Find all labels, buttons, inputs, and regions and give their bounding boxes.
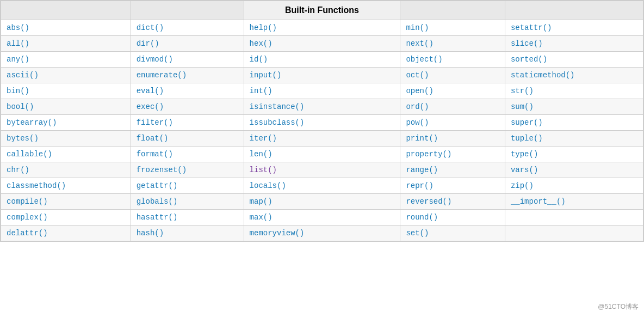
table-cell: help() [244,20,400,36]
table-cell: complex() [1,210,131,225]
table-cell: int() [244,83,400,99]
table-cell: vars() [505,162,643,178]
table-cell: frozenset() [131,162,244,178]
table-cell: all() [1,36,131,52]
table-cell: globals() [131,194,244,210]
table-cell: memoryview() [244,225,400,241]
table-cell: next() [400,36,505,52]
table-cell: eval() [131,83,244,99]
table-cell: hash() [131,225,244,241]
table-cell: zip() [505,178,643,194]
header-row: Built-in Functions [1,1,643,20]
table-cell: id() [244,52,400,68]
table-cell: object() [400,52,505,68]
builtin-functions-table: Built-in Functions abs()dict()help()min(… [1,1,643,241]
table-cell: min() [400,20,505,36]
table-cell: locals() [244,178,400,194]
table-body: abs()dict()help()min()setattr()all()dir(… [1,20,643,241]
table-cell: iter() [244,131,400,147]
table-row: classmethod()getattr()locals()repr()zip(… [1,178,643,194]
table-cell: divmod() [131,52,244,68]
table-cell: tuple() [505,131,643,147]
table-row: bin()eval()int()open()str() [1,83,643,99]
table-cell: exec() [131,99,244,115]
table-cell: filter() [131,115,244,131]
table-cell: format() [131,147,244,162]
table-cell: ascii() [1,68,131,83]
table-cell: sum() [505,99,643,115]
table-cell: round() [400,210,505,225]
table-cell: list() [244,162,400,178]
table-cell: oct() [400,68,505,83]
table-cell: setattr() [505,20,643,36]
table-row: ascii()enumerate()input()oct()staticmeth… [1,68,643,83]
table-cell: staticmethod() [505,68,643,83]
table-row: compile()globals()map()reversed()__impor… [1,194,643,210]
table-cell: str() [505,83,643,99]
table-row: any()divmod()id()object()sorted() [1,52,643,68]
table-cell: hex() [244,36,400,52]
table-row: bytearray()filter()issubclass()pow()supe… [1,115,643,131]
table-cell: hasattr() [131,210,244,225]
table-cell: sorted() [505,52,643,68]
header-title: Built-in Functions [244,1,400,20]
table-cell: bytearray() [1,115,131,131]
table-cell: input() [244,68,400,83]
table-cell: abs() [1,20,131,36]
table-cell: map() [244,194,400,210]
table-cell: print() [400,131,505,147]
table-cell [505,210,643,225]
table-cell: pow() [400,115,505,131]
table-row: bool()exec()isinstance()ord()sum() [1,99,643,115]
table-cell: super() [505,115,643,131]
table-cell: bool() [1,99,131,115]
header-col4 [400,1,505,20]
table-cell: compile() [1,194,131,210]
table-cell: isinstance() [244,99,400,115]
table-cell: callable() [1,147,131,162]
table-cell: type() [505,147,643,162]
header-col1 [1,1,131,20]
table-cell: dir() [131,36,244,52]
table-cell: float() [131,131,244,147]
table-cell: enumerate() [131,68,244,83]
table-cell: max() [244,210,400,225]
table-cell: range() [400,162,505,178]
watermark: @51CTO博客 [598,302,639,312]
table-cell: chr() [1,162,131,178]
table-cell: dict() [131,20,244,36]
table-cell: slice() [505,36,643,52]
table-row: abs()dict()help()min()setattr() [1,20,643,36]
table-cell: bytes() [1,131,131,147]
table-cell: reversed() [400,194,505,210]
table-cell: property() [400,147,505,162]
table-cell: classmethod() [1,178,131,194]
table-cell: repr() [400,178,505,194]
table-cell: any() [1,52,131,68]
table-row: complex()hasattr()max()round() [1,210,643,225]
table-cell: delattr() [1,225,131,241]
table-cell: set() [400,225,505,241]
table-row: chr()frozenset()list()range()vars() [1,162,643,178]
header-col2 [131,1,244,20]
header-col5 [505,1,643,20]
table-cell: open() [400,83,505,99]
main-container: Built-in Functions abs()dict()help()min(… [0,0,644,242]
table-cell: ord() [400,99,505,115]
table-cell: getattr() [131,178,244,194]
table-row: callable()format()len()property()type() [1,147,643,162]
table-cell: len() [244,147,400,162]
table-cell [505,225,643,241]
table-row: delattr()hash()memoryview()set() [1,225,643,241]
table-cell: bin() [1,83,131,99]
table-row: all()dir()hex()next()slice() [1,36,643,52]
table-row: bytes()float()iter()print()tuple() [1,131,643,147]
table-cell: issubclass() [244,115,400,131]
table-cell: __import__() [505,194,643,210]
